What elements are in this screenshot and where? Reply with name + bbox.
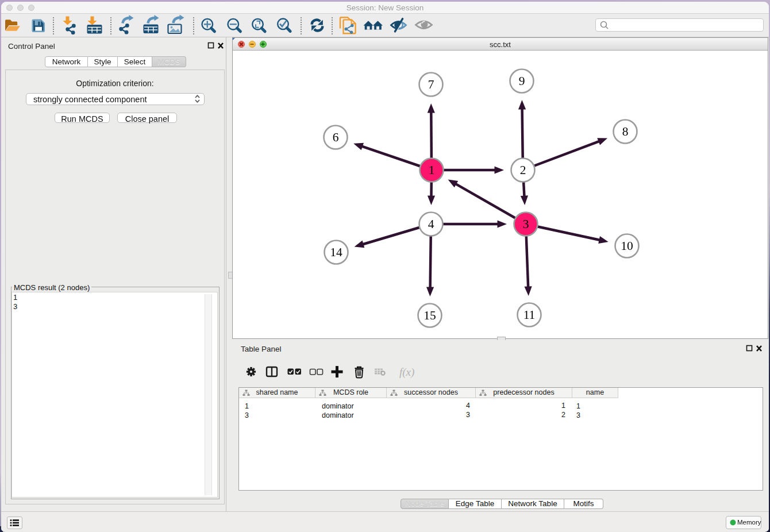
svg-text:2: 2 [520, 163, 526, 177]
svg-text:3: 3 [523, 217, 529, 231]
svg-text:10: 10 [621, 239, 633, 253]
svg-text:7: 7 [428, 78, 434, 91]
svg-text:8: 8 [622, 125, 629, 138]
svg-text:4: 4 [428, 217, 434, 231]
svg-text:9: 9 [519, 74, 525, 88]
svg-text:1: 1 [429, 163, 435, 177]
svg-text:6: 6 [333, 130, 339, 144]
svg-text:14: 14 [330, 245, 342, 259]
svg-text:11: 11 [523, 308, 536, 322]
svg-text:f(x): f(x) [399, 366, 414, 379]
svg-text:15: 15 [424, 309, 436, 322]
